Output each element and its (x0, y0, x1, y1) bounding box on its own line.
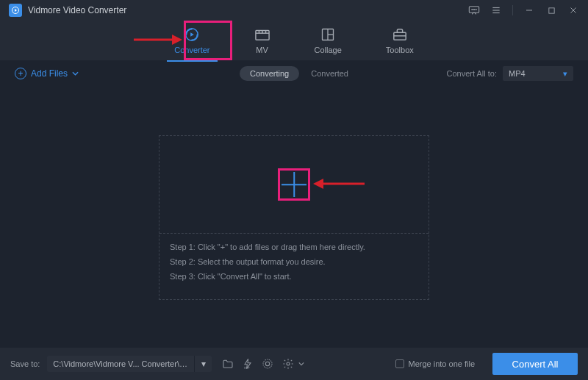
minimize-icon[interactable] (523, 4, 535, 16)
app-title: Vidmore Video Converter (28, 5, 468, 15)
collage-icon (320, 26, 335, 43)
mv-icon (254, 26, 270, 43)
divider (512, 5, 513, 15)
app-logo (9, 4, 22, 17)
svg-point-30 (287, 362, 290, 365)
convert-all-button[interactable]: Convert All (492, 353, 578, 375)
merge-label: Merge into one file (409, 359, 476, 368)
sub-toolbar: + Add Files Converting Converted Convert… (0, 60, 588, 87)
save-path-value[interactable]: C:\Vidmore\Vidmore V... Converter\Conver… (47, 359, 194, 368)
menu-icon[interactable] (490, 4, 502, 16)
tab-converting[interactable]: Converting (240, 66, 299, 81)
svg-point-4 (476, 9, 476, 10)
tab-label: Toolbox (386, 46, 414, 54)
save-to-label: Save to: (10, 359, 40, 368)
chevron-down-icon: ▾ (563, 69, 567, 79)
output-format-select[interactable]: MP4 ▾ (503, 66, 573, 81)
tab-converter[interactable]: Converter (170, 24, 214, 57)
instruction-steps: Step 1: Click "+" to add files or drag t… (159, 234, 429, 290)
maximize-icon[interactable] (545, 4, 557, 16)
content-area: Step 1: Click "+" to add files or drag t… (0, 87, 588, 348)
converter-icon (184, 26, 200, 43)
add-files-label: Add Files (31, 68, 68, 79)
high-speed-icon[interactable] (262, 358, 273, 370)
tab-label: Collage (315, 46, 342, 54)
svg-point-29 (263, 359, 272, 368)
tab-label: Converter (174, 46, 209, 54)
main-nav: Converter MV Collage Toolbox (0, 21, 588, 60)
svg-rect-9 (548, 7, 553, 12)
chevron-down-icon[interactable] (298, 362, 304, 366)
step-1: Step 1: Click "+" to add files or drag t… (170, 243, 418, 251)
step-2: Step 2: Select the output format you des… (170, 257, 418, 266)
svg-point-3 (473, 9, 474, 10)
feedback-icon[interactable] (468, 4, 480, 16)
add-plus-button[interactable] (282, 172, 306, 197)
tab-collage[interactable]: Collage (310, 24, 346, 57)
settings-icon[interactable] (282, 358, 294, 370)
merge-checkbox[interactable]: Merge into one file (395, 359, 476, 368)
svg-point-2 (472, 9, 473, 10)
tab-converted[interactable]: Converted (311, 69, 348, 78)
step-3: Step 3: Click "Convert All" to start. (170, 272, 418, 281)
svg-point-28 (266, 362, 270, 365)
tab-label: MV (256, 46, 268, 54)
format-value: MP4 (509, 69, 526, 78)
close-icon[interactable] (567, 4, 579, 16)
hardware-accel-icon[interactable]: OFF (243, 358, 253, 370)
add-files-button[interactable]: + Add Files (15, 68, 79, 79)
tab-mv[interactable]: MV (250, 24, 275, 57)
open-folder-icon[interactable] (222, 359, 234, 369)
tab-toolbox[interactable]: Toolbox (381, 24, 418, 57)
bottom-bar: Save to: C:\Vidmore\Vidmore V... Convert… (0, 348, 588, 380)
drop-zone[interactable]: Step 1: Click "+" to add files or drag t… (159, 135, 429, 300)
save-path-dropdown[interactable]: ▾ (194, 356, 212, 372)
svg-text:OFF: OFF (244, 366, 251, 370)
convert-all-label: Convert All to: (447, 69, 497, 78)
toolbox-icon (392, 26, 408, 43)
checkbox-icon (395, 359, 404, 368)
title-bar: Vidmore Video Converter (0, 0, 588, 21)
chevron-down-icon (72, 71, 79, 76)
save-path-control: C:\Vidmore\Vidmore V... Converter\Conver… (47, 356, 212, 372)
plus-circle-icon: + (15, 68, 26, 79)
